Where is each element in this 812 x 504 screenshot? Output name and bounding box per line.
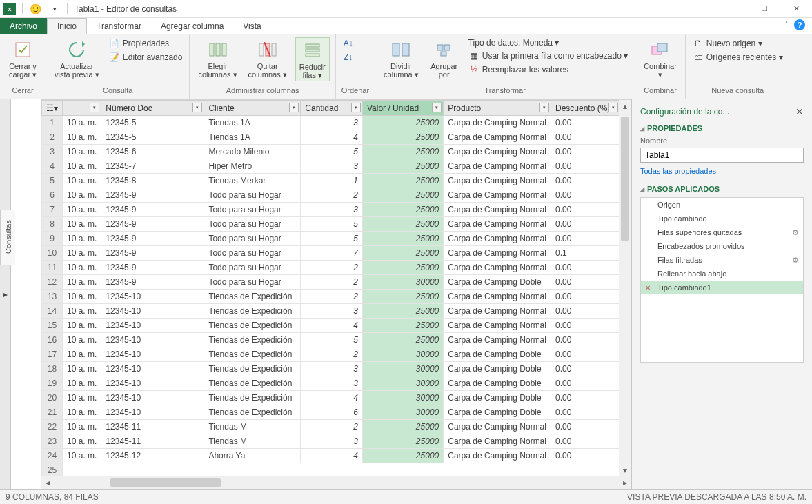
table-row[interactable]: 12 10 a. m. 12345-9 Todo para su Hogar 2…	[42, 275, 631, 290]
scroll-down-icon[interactable]: ▾	[619, 464, 631, 476]
data-grid[interactable]: ☷▾▾Número Doc▾Cliente▾Cantidad▾Valor / U…	[41, 100, 631, 478]
applied-step[interactable]: Tipo cambiado	[641, 212, 803, 225]
section-propiedades[interactable]: PROPIEDADES	[640, 124, 804, 132]
tipo-datos-button[interactable]: Tipo de datos: Moneda ▾	[467, 37, 629, 48]
consultas-sidetab[interactable]: Consultas	[0, 210, 15, 265]
applied-step[interactable]: Encabezados promovidos	[641, 239, 803, 253]
filter-icon[interactable]: ▾	[351, 103, 361, 112]
maximize-button[interactable]: ☐	[749, 0, 780, 18]
applied-step[interactable]: Filas superiores quitadas⚙	[641, 225, 803, 239]
filter-icon[interactable]: ▾	[90, 103, 99, 112]
table-row[interactable]: 16 10 a. m. 12345-10 Tiendas de Expedici…	[42, 333, 631, 347]
scroll-thumb[interactable]	[621, 117, 629, 241]
table-row[interactable]: 3 10 a. m. 12345-6 Mercado Milenio 5 250…	[42, 145, 631, 159]
table-row[interactable]: 18 10 a. m. 12345-10 Tiendas de Expedici…	[42, 362, 631, 376]
help-icon[interactable]: ?	[794, 19, 805, 30]
table-row[interactable]: 19 10 a. m. 12345-10 Tiendas de Expedici…	[42, 376, 631, 391]
filter-icon[interactable]: ▾	[192, 103, 202, 112]
table-row[interactable]: 15 10 a. m. 12345-10 Tiendas de Expedici…	[42, 319, 631, 333]
scroll-right-icon[interactable]: ▸	[619, 476, 631, 489]
table-row[interactable]: 1 10 a. m. 12345-5 Tiendas 1A 3 25000 Ca…	[42, 116, 631, 130]
col-header[interactable]: Producto▾	[444, 101, 551, 116]
dividir-columna-button[interactable]: Dividircolumna ▾	[381, 37, 422, 80]
editor-avanzado-button[interactable]: 📝Editor avanzado	[108, 51, 184, 63]
applied-steps-list[interactable]: OrigenTipo cambiadoFilas superiores quit…	[640, 197, 804, 363]
applied-step[interactable]: Origen	[641, 198, 803, 212]
filter-icon[interactable]: ▾	[539, 103, 549, 112]
table-row[interactable]: 24 10 a. m. 12345-12 Ahorra Ya 4 25000 C…	[42, 449, 631, 463]
applied-step[interactable]: Filas filtradas⚙	[641, 253, 803, 267]
gear-icon[interactable]: ⚙	[792, 256, 799, 265]
sort-asc-button[interactable]: A↓	[341, 37, 355, 50]
reducir-filas-button[interactable]: Reducirfilas ▾	[295, 37, 330, 81]
col-header[interactable]: Cantidad▾	[301, 101, 363, 116]
row-number: 8	[42, 217, 63, 232]
combinar-button[interactable]: Combinar▾	[641, 37, 680, 80]
cell-cantidad: 4	[301, 319, 363, 333]
col-header[interactable]: Número Doc▾	[101, 101, 204, 116]
panel-close-icon[interactable]: ✕	[795, 106, 804, 117]
filter-icon[interactable]: ▾	[289, 103, 299, 112]
table-row[interactable]: 9 10 a. m. 12345-9 Todo para su Hogar 5 …	[42, 232, 631, 246]
table-row[interactable]: 4 10 a. m. 12345-7 Hiper Metro 3 25000 C…	[42, 159, 631, 174]
propiedades-button[interactable]: 📄Propiedades	[108, 37, 184, 50]
col-header[interactable]: Cliente▾	[204, 101, 301, 116]
cerrar-cargar-button[interactable]: Cerrar ycargar ▾	[6, 37, 40, 80]
qat-dropdown[interactable]: ▾	[48, 2, 61, 16]
quitar-columnas-button[interactable]: Quitarcolumnas ▾	[246, 37, 290, 80]
table-row[interactable]: 13 10 a. m. 12345-10 Tiendas de Expedici…	[42, 290, 631, 304]
tab-agregar-columna[interactable]: Agregar columna	[151, 18, 233, 34]
nuevo-origen-button[interactable]: 🗋Nuevo origen ▾	[691, 37, 784, 50]
table-row[interactable]: 2 10 a. m. 12345-5 Tiendas 1A 4 25000 Ca…	[42, 130, 631, 145]
section-pasos[interactable]: PASOS APLICADOS	[640, 185, 804, 193]
table-row[interactable]: 21 10 a. m. 12345-10 Tiendas de Expedici…	[42, 405, 631, 420]
table-row[interactable]: 20 10 a. m. 12345-10 Tiendas de Expedici…	[42, 391, 631, 405]
rownum-header[interactable]: ☷▾	[42, 101, 63, 116]
scroll-up-icon[interactable]: ▴	[619, 100, 631, 112]
tab-transformar[interactable]: Transformar	[87, 18, 151, 34]
scroll-thumb[interactable]	[110, 478, 221, 487]
smiley-icon[interactable]: 🙂	[28, 2, 42, 16]
table-row[interactable]: 6 10 a. m. 12345-9 Todo para su Hogar 2 …	[42, 188, 631, 203]
name-input[interactable]	[640, 148, 804, 163]
table-row[interactable]: 22 10 a. m. 12345-11 Tiendas M 2 25000 C…	[42, 420, 631, 434]
elegir-columnas-button[interactable]: Elegircolumnas ▾	[195, 37, 239, 80]
origenes-recientes-button[interactable]: 🗃Orígenes recientes ▾	[691, 51, 784, 63]
ribbon: Cerrar ycargar ▾ Cerrar Actualizarvista …	[0, 34, 812, 99]
vertical-scrollbar[interactable]: ▴ ▾	[619, 100, 631, 476]
tab-inicio[interactable]: Inicio	[47, 18, 87, 34]
applied-step[interactable]: Tipo cambiado1	[641, 281, 803, 294]
tab-archivo[interactable]: Archivo	[0, 18, 47, 34]
filter-icon[interactable]: ▾	[608, 103, 618, 112]
table-row[interactable]: 23 10 a. m. 12345-11 Tiendas M 3 25000 C…	[42, 434, 631, 449]
table-row[interactable]: 10 10 a. m. 12345-9 Todo para su Hogar 7…	[42, 246, 631, 261]
all-properties-link[interactable]: Todas las propiedades	[640, 167, 804, 175]
horizontal-scrollbar[interactable]: ◂ ▸	[41, 476, 631, 489]
cell-cliente: Todo para su Hogar	[204, 275, 301, 290]
minimize-button[interactable]: ―	[717, 0, 749, 18]
collapse-ribbon-icon[interactable]: ˄	[784, 21, 789, 30]
close-button[interactable]: ✕	[780, 0, 812, 18]
reemplazar-valores-button[interactable]: ½Reemplazar los valores	[467, 63, 629, 76]
agrupar-por-button[interactable]: Agruparpor	[427, 37, 462, 80]
usar-primera-fila-button[interactable]: ▦Usar la primera fila como encabezado ▾	[467, 50, 629, 62]
col-header[interactable]: ▾	[63, 101, 101, 116]
col-header[interactable]: Valor / Unidad▾	[362, 101, 443, 116]
scroll-left-icon[interactable]: ◂	[41, 476, 54, 489]
table-row[interactable]: 14 10 a. m. 12345-10 Tiendas de Expedici…	[42, 304, 631, 319]
gear-icon[interactable]: ⚙	[792, 228, 799, 237]
applied-step[interactable]: Rellenar hacia abajo	[641, 267, 803, 281]
cell-descuento: 0.00	[551, 261, 620, 275]
col-header[interactable]: Descuento (%)▾	[551, 101, 620, 116]
table-row[interactable]: 11 10 a. m. 12345-9 Todo para su Hogar 2…	[42, 261, 631, 275]
expand-handle[interactable]: ▸	[0, 99, 11, 489]
filter-icon[interactable]: ▾	[432, 103, 442, 112]
table-row[interactable]: 17 10 a. m. 12345-10 Tiendas de Expedici…	[42, 347, 631, 362]
table-row[interactable]: 7 10 a. m. 12345-9 Todo para su Hogar 3 …	[42, 203, 631, 217]
actualizar-vista-button[interactable]: Actualizarvista previa ▾	[52, 37, 102, 80]
sort-desc-button[interactable]: Z↓	[341, 51, 355, 63]
table-row[interactable]: 8 10 a. m. 12345-9 Todo para su Hogar 5 …	[42, 217, 631, 232]
table-row[interactable]: 5 10 a. m. 12345-8 Tiendas Merkar 1 2500…	[42, 174, 631, 188]
cell-descuento: 0.00	[551, 449, 620, 463]
tab-vista[interactable]: Vista	[233, 18, 270, 34]
